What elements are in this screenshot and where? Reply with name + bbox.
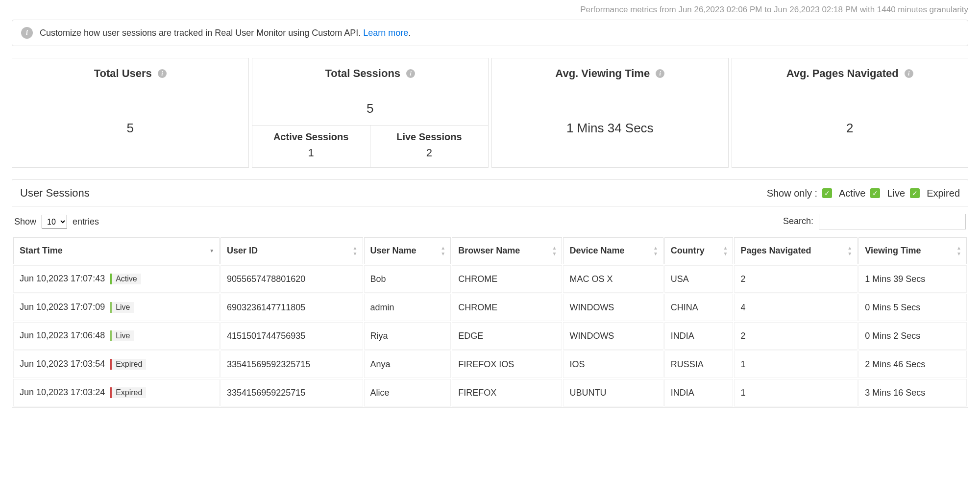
col-start-time[interactable]: Start Time ▲▼ [13, 237, 220, 264]
filter-expired-label: Expired [927, 188, 960, 199]
info-icon[interactable]: i [406, 69, 415, 78]
cell-start-time: Jun 10,2023 17:03:54Expired [13, 351, 220, 378]
start-time-text: Jun 10,2023 17:06:48 [20, 330, 105, 340]
cell-pages: 4 [734, 294, 858, 321]
live-sessions-label: Live Sessions [374, 131, 484, 143]
live-sessions-col: Live Sessions 2 [370, 126, 488, 167]
avg-pages-header: Avg. Pages Navigated i [732, 58, 968, 89]
sort-icon: ▲▼ [353, 246, 358, 256]
search-input[interactable] [819, 214, 966, 229]
sessions-table: Start Time ▲▼ User ID ▲▼ User Name ▲▼ Br… [12, 236, 968, 407]
cell-user-name: admin [364, 294, 451, 321]
total-users-value: 5 [12, 89, 248, 167]
show-label-post: entries [73, 217, 99, 227]
status-badge: Live [110, 302, 134, 313]
filter-active-checkbox[interactable]: ✓ [822, 188, 832, 198]
col-country-label: Country [671, 246, 705, 255]
filter-live-checkbox[interactable]: ✓ [870, 188, 880, 198]
total-sessions-body: 5 Active Sessions 1 Live Sessions 2 [252, 89, 489, 167]
cell-user-name: Riya [364, 322, 451, 350]
panel-title: User Sessions [20, 187, 90, 200]
start-time-text: Jun 10,2023 17:03:24 [20, 387, 105, 397]
learn-more-link[interactable]: Learn more [363, 28, 408, 38]
col-browser-name[interactable]: Browser Name ▲▼ [452, 237, 562, 264]
start-time-text: Jun 10,2023 17:07:09 [20, 302, 105, 312]
avg-pages-label: Avg. Pages Navigated [786, 67, 899, 80]
custom-api-notice: i Customize how user sessions are tracke… [12, 20, 968, 46]
cell-device: IOS [563, 351, 663, 378]
table-row[interactable]: Jun 10,2023 17:07:43Active90556574788016… [13, 265, 967, 293]
info-icon[interactable]: i [656, 69, 664, 78]
sort-icon: ▲▼ [653, 246, 658, 256]
cell-user-id: 4151501744756935 [220, 322, 363, 350]
avg-pages-card: Avg. Pages Navigated i 2 [732, 58, 969, 168]
cell-device: WINDOWS [563, 322, 663, 350]
start-time-text: Jun 10,2023 17:07:43 [20, 274, 105, 283]
status-badge: Active [110, 274, 141, 284]
cell-pages: 1 [734, 351, 858, 378]
cell-pages: 1 [734, 379, 858, 406]
col-start-time-label: Start Time [20, 246, 63, 255]
cell-country: RUSSIA [664, 351, 734, 378]
cell-user-name: Anya [364, 351, 451, 378]
cell-device: WINDOWS [563, 294, 663, 321]
info-icon[interactable]: i [905, 69, 913, 78]
performance-range-text: Performance metrics from Jun 26,2023 02:… [12, 0, 968, 20]
active-sessions-value: 1 [256, 147, 366, 159]
filter-active-label: Active [839, 188, 865, 199]
filter-expired-checkbox[interactable]: ✓ [910, 188, 920, 198]
table-row[interactable]: Jun 10,2023 17:06:48Live4151501744756935… [13, 322, 967, 350]
table-row[interactable]: Jun 10,2023 17:07:09Live6903236147711805… [13, 294, 967, 321]
filter-live-label: Live [887, 188, 905, 199]
cell-browser: CHROME [452, 265, 562, 293]
total-sessions-label: Total Sessions [325, 67, 400, 80]
col-user-id[interactable]: User ID ▲▼ [220, 237, 363, 264]
cell-viewing: 2 Mins 46 Secs [858, 351, 967, 378]
avg-pages-value: 2 [732, 89, 968, 167]
avg-viewing-label: Avg. Viewing Time [555, 67, 650, 80]
metrics-row: Total Users i 5 Total Sessions i 5 Activ… [12, 58, 968, 168]
total-sessions-header: Total Sessions i [252, 58, 489, 89]
col-viewing-time-label: Viewing Time [865, 246, 921, 255]
cell-country: INDIA [664, 379, 734, 406]
cell-pages: 2 [734, 265, 858, 293]
cell-start-time: Jun 10,2023 17:06:48Live [13, 322, 220, 350]
total-sessions-value: 5 [367, 97, 373, 125]
table-row[interactable]: Jun 10,2023 17:03:24Expired3354156959225… [13, 379, 967, 406]
sort-icon: ▲▼ [956, 246, 961, 256]
info-icon[interactable]: i [158, 69, 167, 78]
col-device-name[interactable]: Device Name ▲▼ [563, 237, 663, 264]
col-user-name[interactable]: User Name ▲▼ [364, 237, 451, 264]
col-country[interactable]: Country ▲▼ [664, 237, 734, 264]
search-control: Search: [783, 214, 966, 229]
page-length-select[interactable]: 10 [42, 215, 67, 229]
col-user-name-label: User Name [370, 246, 416, 255]
cell-browser: FIREFOX IOS [452, 351, 562, 378]
show-only-filters: Show only : ✓Active ✓Live ✓Expired [767, 188, 960, 199]
table-row[interactable]: Jun 10,2023 17:03:54Expired3354156959232… [13, 351, 967, 378]
cell-user-id: 3354156959225715 [220, 379, 363, 406]
cell-start-time: Jun 10,2023 17:07:43Active [13, 265, 220, 293]
cell-viewing: 1 Mins 39 Secs [858, 265, 967, 293]
sort-icon: ▲▼ [441, 246, 445, 256]
show-only-label: Show only : [767, 188, 817, 199]
cell-device: UBUNTU [563, 379, 663, 406]
live-sessions-value: 2 [374, 147, 484, 159]
col-user-id-label: User ID [227, 246, 258, 255]
active-sessions-col: Active Sessions 1 [252, 126, 370, 167]
cell-user-id: 6903236147711805 [220, 294, 363, 321]
cell-user-id: 33541569592325715 [220, 351, 363, 378]
cell-viewing: 0 Mins 2 Secs [858, 322, 967, 350]
total-users-header: Total Users i [12, 58, 248, 89]
cell-country: USA [664, 265, 734, 293]
sort-desc-icon: ▲▼ [209, 249, 214, 253]
info-icon: i [21, 27, 33, 39]
panel-head: User Sessions Show only : ✓Active ✓Live … [12, 180, 968, 207]
cell-user-name: Bob [364, 265, 451, 293]
table-header-row: Start Time ▲▼ User ID ▲▼ User Name ▲▼ Br… [13, 237, 967, 264]
avg-viewing-value: 1 Mins 34 Secs [492, 89, 728, 167]
col-pages-navigated[interactable]: Pages Navigated ▲▼ [734, 237, 858, 264]
sort-icon: ▲▼ [723, 246, 728, 256]
cell-browser: FIREFOX [452, 379, 562, 406]
col-viewing-time[interactable]: Viewing Time ▲▼ [858, 237, 967, 264]
